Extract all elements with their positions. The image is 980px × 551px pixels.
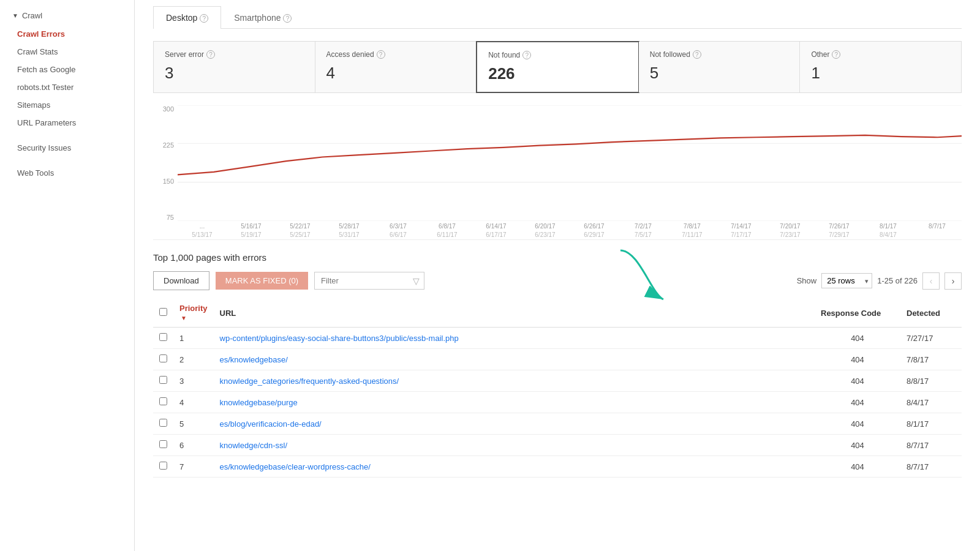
crawl-section-arrow: ▼ — [12, 12, 18, 19]
row-checkbox-3[interactable] — [159, 397, 167, 405]
prev-page-button[interactable]: ‹ — [922, 272, 940, 290]
row-priority: 4 — [173, 392, 214, 413]
chart-plot-area — [178, 105, 962, 221]
card-other[interactable]: Other ? 1 — [800, 42, 961, 92]
row-url[interactable]: es/knowledgebase/clear-wordpress-cache/ — [214, 456, 815, 478]
sidebar-item-url-parameters[interactable]: URL Parameters — [0, 114, 134, 132]
errors-table: Priority ▼ URL Response Code Detected 1 … — [153, 299, 962, 478]
row-checkbox-cell — [153, 349, 173, 370]
rows-per-page-select[interactable]: 25 rows 50 rows 100 rows — [821, 273, 872, 288]
sidebar-crawl-label: Crawl — [22, 11, 42, 20]
select-all-checkbox[interactable] — [159, 308, 167, 316]
row-url[interactable]: wp-content/plugins/easy-social-share-but… — [214, 328, 815, 349]
table-row: 1 wp-content/plugins/easy-social-share-b… — [153, 328, 962, 349]
row-url[interactable]: knowledge/cdn-ssl/ — [214, 435, 815, 456]
next-page-button[interactable]: › — [944, 272, 962, 290]
row-url[interactable]: knowledge_categories/frequently-asked-qu… — [214, 370, 815, 392]
smartphone-help-icon[interactable]: ? — [283, 14, 292, 23]
row-checkbox-cell — [153, 435, 173, 456]
sidebar-item-web-tools[interactable]: Web Tools — [0, 164, 134, 182]
row-checkbox-cell — [153, 392, 173, 413]
card-not-followed[interactable]: Not followed ? 5 — [639, 42, 801, 92]
row-url[interactable]: es/blog/verificacion-de-edad/ — [214, 413, 815, 435]
row-priority: 7 — [173, 456, 214, 478]
sidebar: ▼ Crawl Crawl Errors Crawl Stats Fetch a… — [0, 0, 135, 551]
row-priority: 3 — [173, 370, 214, 392]
table-row: 2 es/knowledgebase/ 404 7/8/17 — [153, 349, 962, 370]
row-checkbox-4[interactable] — [159, 419, 167, 427]
row-checkbox-1[interactable] — [159, 354, 167, 362]
header-detected: Detected — [900, 299, 962, 328]
row-detected: 8/4/17 — [900, 392, 962, 413]
download-button[interactable]: Download — [153, 271, 209, 290]
desktop-help-icon[interactable]: ? — [200, 14, 208, 23]
row-detected: 7/27/17 — [900, 328, 962, 349]
row-priority: 6 — [173, 435, 214, 456]
not-found-help[interactable]: ? — [522, 51, 531, 59]
row-response-code: 404 — [815, 413, 900, 435]
row-detected: 8/8/17 — [900, 370, 962, 392]
chart-x-axis-bottom: 5/13/17 5/19/17 5/25/17 5/31/17 6/6/17 6… — [178, 231, 962, 238]
y-label-75: 75 — [153, 214, 178, 221]
row-checkbox-5[interactable] — [159, 440, 167, 448]
sidebar-item-crawl-errors[interactable]: Crawl Errors — [0, 25, 134, 43]
row-checkbox-cell — [153, 328, 173, 349]
chart-y-axis: 300 225 150 75 — [153, 105, 178, 221]
row-response-code: 404 — [815, 392, 900, 413]
filter-input[interactable] — [314, 272, 424, 290]
row-detected: 7/8/17 — [900, 349, 962, 370]
other-help[interactable]: ? — [832, 50, 840, 59]
sidebar-item-robots-tester[interactable]: robots.txt Tester — [0, 78, 134, 96]
device-tabs: Desktop ? Smartphone ? — [153, 0, 962, 29]
card-server-error[interactable]: Server error ? 3 — [154, 42, 315, 92]
row-detected: 8/7/17 — [900, 435, 962, 456]
y-label-150: 150 — [153, 178, 178, 185]
row-checkbox-cell — [153, 370, 173, 392]
row-url[interactable]: knowledgebase/purge — [214, 392, 815, 413]
card-not-found[interactable]: Not found ? 226 — [476, 41, 639, 93]
mark-as-fixed-button[interactable]: MARK AS FIXED (0) — [216, 272, 308, 290]
not-followed-help[interactable]: ? — [693, 50, 701, 59]
access-denied-help[interactable]: ? — [377, 50, 385, 59]
header-response-code: Response Code — [815, 299, 900, 328]
server-error-help[interactable]: ? — [206, 50, 215, 59]
filter-wrap: ▽ — [314, 272, 424, 290]
header-priority[interactable]: Priority ▼ — [173, 299, 214, 328]
card-access-denied[interactable]: Access denied ? 4 — [315, 42, 477, 92]
row-checkbox-6[interactable] — [159, 462, 167, 470]
chart-x-axis-top: ... 5/16/17 5/22/17 5/28/17 6/3/17 6/8/1… — [178, 223, 962, 230]
row-response-code: 404 — [815, 349, 900, 370]
priority-sort-icon: ▼ — [181, 315, 187, 321]
not-found-value: 226 — [488, 64, 627, 83]
sidebar-item-fetch-as-google[interactable]: Fetch as Google — [0, 61, 134, 78]
y-label-300: 300 — [153, 105, 178, 113]
sidebar-item-sitemaps[interactable]: Sitemaps — [0, 96, 134, 114]
rows-select-wrap: 25 rows 50 rows 100 rows — [821, 273, 872, 288]
server-error-value: 3 — [165, 64, 304, 83]
tab-desktop[interactable]: Desktop ? — [153, 6, 221, 29]
other-value: 1 — [811, 64, 950, 83]
row-checkbox-2[interactable] — [159, 376, 167, 384]
sidebar-item-security-issues[interactable]: Security Issues — [0, 139, 134, 157]
show-label: Show — [797, 276, 817, 285]
error-type-cards: Server error ? 3 Access denied ? 4 Not f… — [153, 41, 962, 93]
sidebar-crawl-section[interactable]: ▼ Crawl — [0, 6, 134, 25]
row-response-code: 404 — [815, 370, 900, 392]
crawl-errors-chart: 300 225 150 75 ... 5/16/17 5/22/17 5/2 — [153, 105, 962, 240]
tab-smartphone[interactable]: Smartphone ? — [221, 6, 304, 29]
header-select-all — [153, 299, 173, 328]
table-row: 7 es/knowledgebase/clear-wordpress-cache… — [153, 456, 962, 478]
sidebar-item-crawl-stats[interactable]: Crawl Stats — [0, 43, 134, 61]
not-followed-value: 5 — [650, 64, 789, 83]
row-response-code: 404 — [815, 456, 900, 478]
row-checkbox-0[interactable] — [159, 333, 167, 341]
row-detected: 8/1/17 — [900, 413, 962, 435]
row-checkbox-cell — [153, 456, 173, 478]
row-response-code: 404 — [815, 328, 900, 349]
row-url[interactable]: es/knowledgebase/ — [214, 349, 815, 370]
table-row: 4 knowledgebase/purge 404 8/4/17 — [153, 392, 962, 413]
table-row: 6 knowledge/cdn-ssl/ 404 8/7/17 — [153, 435, 962, 456]
row-response-code: 404 — [815, 435, 900, 456]
main-content: Desktop ? Smartphone ? Server error ? 3 … — [135, 0, 980, 551]
table-row: 5 es/blog/verificacion-de-edad/ 404 8/1/… — [153, 413, 962, 435]
